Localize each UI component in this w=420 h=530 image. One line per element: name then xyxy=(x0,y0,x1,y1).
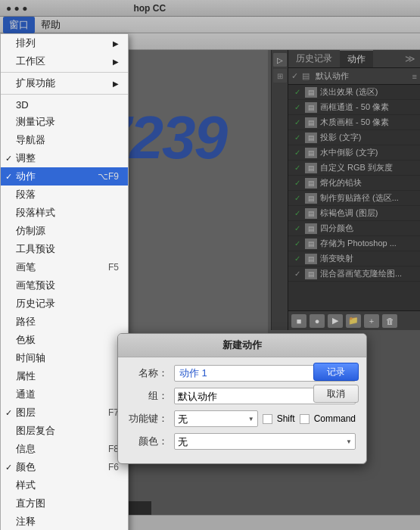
cancel-button[interactable]: 取消 xyxy=(313,385,359,403)
shortcut-brush: F5 xyxy=(108,262,119,273)
name-label: 名称： xyxy=(129,366,174,380)
menu-item-channels[interactable]: 通道 xyxy=(1,385,128,404)
menu-item-measure[interactable]: 测量记录 xyxy=(1,113,128,131)
menu-item-layer-comps[interactable]: 图层复合 xyxy=(1,422,128,440)
menu-item-notes[interactable]: 注释 xyxy=(1,513,128,530)
shortcut-actions: ⌥F9 xyxy=(98,171,119,182)
menu-item-extensions[interactable]: 扩展功能 ▶ xyxy=(1,74,128,92)
divider-2 xyxy=(1,94,128,95)
menu-item-timeline[interactable]: 时间轴 xyxy=(1,349,128,367)
dialog-color-row: 颜色： 无 xyxy=(129,433,356,450)
shortcut-color: F6 xyxy=(108,462,119,472)
menu-item-arrange[interactable]: 排列 ▶ xyxy=(1,34,128,52)
record-button[interactable]: 记录 xyxy=(313,363,359,381)
menu-item-brush-preset[interactable]: 画笔预设 xyxy=(1,276,128,295)
command-checkbox[interactable] xyxy=(300,414,310,424)
hotkey-label: 功能键： xyxy=(129,412,174,426)
command-label: Command xyxy=(314,413,356,424)
new-action-dialog: 新建动作 记录 取消 名称： 组： 默认动作 功能键： 无 xyxy=(117,333,367,464)
menu-item-paragraph-style[interactable]: 段落样式 xyxy=(1,204,128,222)
shift-label: Shift xyxy=(277,413,295,424)
hotkey-select-wrapper: 无 xyxy=(174,410,258,427)
menu-item-tool-presets[interactable]: 工具预设 xyxy=(1,240,128,258)
menu-item-paths[interactable]: 路径 xyxy=(1,313,128,331)
hotkey-select[interactable]: 无 xyxy=(174,410,258,427)
menu-item-styles[interactable]: 样式 xyxy=(1,476,128,494)
dropdown-menu: 排列 ▶ 工作区 ▶ 扩展功能 ▶ 3D 测量记录 导航器 调整 动作 ⌥F9 … xyxy=(0,33,129,530)
menu-item-properties[interactable]: 属性 xyxy=(1,367,128,385)
menu-item-info[interactable]: 信息 F8 xyxy=(1,440,128,458)
arrow-icon: ▶ xyxy=(113,58,119,66)
color-select[interactable]: 无 xyxy=(174,433,356,450)
dialog-hotkey-row: 功能键： 无 Shift Command xyxy=(129,410,356,427)
menu-item-3d[interactable]: 3D xyxy=(1,96,128,113)
menu-item-paragraph[interactable]: 段落 xyxy=(1,186,128,204)
shift-checkbox[interactable] xyxy=(263,414,272,424)
menu-item-adjust[interactable]: 调整 xyxy=(1,149,128,167)
menu-item-workspace[interactable]: 工作区 ▶ xyxy=(1,52,128,70)
arrow-icon: ▶ xyxy=(113,80,119,88)
menu-item-color[interactable]: 颜色 F6 xyxy=(1,458,128,476)
divider-1 xyxy=(1,72,128,73)
menu-item-histogram[interactable]: 直方图 xyxy=(1,494,128,513)
color-select-wrapper: 无 xyxy=(174,433,356,450)
dialog-buttons: 记录 取消 xyxy=(313,363,359,403)
menu-item-brush[interactable]: 画笔 F5 xyxy=(1,258,128,276)
menu-item-clone-source[interactable]: 仿制源 xyxy=(1,222,128,240)
menu-item-history[interactable]: 历史记录 xyxy=(1,295,128,313)
menu-item-layers[interactable]: 图层 F7 xyxy=(1,404,128,422)
menu-item-swatches[interactable]: 色板 xyxy=(1,331,128,349)
group-label: 组： xyxy=(129,389,174,403)
arrow-icon: ▶ xyxy=(113,39,119,48)
menu-item-actions[interactable]: 动作 ⌥F9 xyxy=(1,167,128,186)
menu-item-navigator[interactable]: 导航器 xyxy=(1,131,128,149)
color-label: 颜色： xyxy=(129,435,174,448)
dialog-title: 新建动作 xyxy=(118,334,366,357)
hotkey-modifiers: Shift Command xyxy=(263,413,356,424)
